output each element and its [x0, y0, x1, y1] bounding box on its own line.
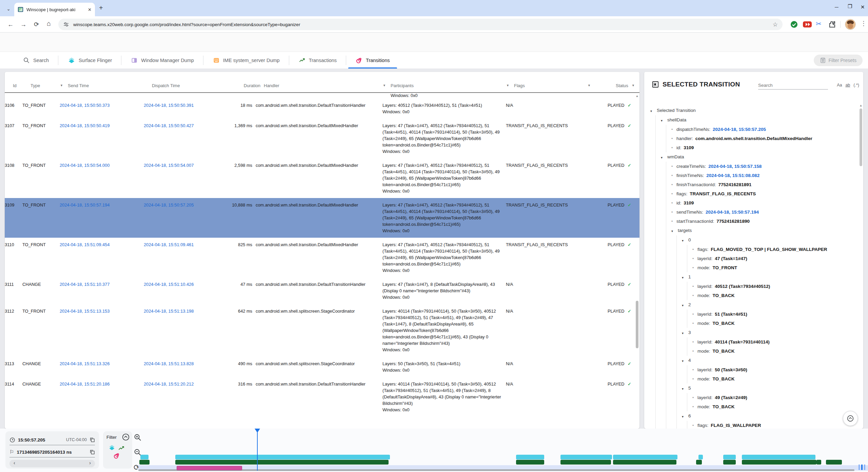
home-icon[interactable]: ⌂: [47, 19, 51, 27]
transactions-segment[interactable]: [696, 460, 702, 465]
transition-segment[interactable]: [177, 466, 242, 470]
filter-presets-button[interactable]: Filter Presets: [814, 55, 863, 66]
surface-flinger-segment[interactable]: [742, 455, 815, 459]
send-time-cell[interactable]: 2024-04-18, 15:51:20.186: [60, 381, 144, 387]
site-settings-icon[interactable]: [63, 21, 69, 27]
tree-node[interactable]: ▾5: [682, 383, 858, 393]
tab-search[interactable]: Search: [14, 52, 58, 69]
send-time-cell[interactable]: 2024-04-18, 15:51:13.153: [60, 308, 144, 314]
step-back-icon[interactable]: ‹: [14, 460, 15, 466]
collapse-arrow-icon[interactable]: ▾: [682, 237, 686, 244]
tab-window-manager-dump[interactable]: Window Manager Dump: [121, 52, 203, 69]
column-filter-arrow-icon[interactable]: ▼: [383, 84, 386, 87]
dispatch-time-cell[interactable]: 2024-04-18, 15:50:54.007: [144, 162, 229, 169]
send-time-cell[interactable]: 2024-04-18, 15:51:10.377: [60, 281, 144, 288]
column-filter-arrow-icon[interactable]: ▼: [60, 84, 63, 87]
tree-node[interactable]: •mode:TO_BACK: [692, 374, 858, 383]
transactions-segment[interactable]: [816, 460, 821, 465]
tree-node[interactable]: •mode:TO_BACK: [692, 402, 858, 411]
table-row[interactable]: 3113CHANGE2024-04-18, 15:51:13.3262024-0…: [5, 357, 639, 377]
current-time-field[interactable]: 15:50:57.205 UTC-04:00: [9, 435, 95, 445]
tree-node[interactable]: ▾shellData: [661, 115, 858, 125]
table-row[interactable]: 3107TO_FRONT2024-04-18, 15:50:50.4192024…: [5, 119, 639, 158]
surface-flinger-segment[interactable]: [560, 455, 612, 459]
dispatch-time-cell[interactable]: 2024-04-18, 15:50:50.391: [144, 102, 229, 109]
tree-node[interactable]: •layerId:50 (Task=3#50): [692, 365, 858, 374]
tab-close-icon[interactable]: ✕: [88, 7, 92, 12]
panel-scroll-up-icon[interactable]: ▲: [859, 104, 863, 107]
tree-search-input[interactable]: [758, 81, 828, 90]
extension-scissors-icon[interactable]: ✂: [816, 20, 822, 28]
tree-node[interactable]: •mode:TO_BACK: [692, 319, 858, 328]
extension-check-icon[interactable]: [790, 20, 798, 28]
send-time-cell[interactable]: 2024-04-18, 15:50:50.373: [60, 102, 144, 109]
transitions-filter-icon[interactable]: [113, 452, 120, 459]
table-row[interactable]: 3114CHANGE2024-04-18, 15:51:20.1862024-0…: [5, 377, 639, 417]
tree-node[interactable]: •flags:FLAG_MOVED_TO_TOP | FLAG_SHOW_WAL…: [692, 245, 858, 254]
collapse-arrow-icon[interactable]: ▾: [682, 386, 686, 392]
extensions-puzzle-icon[interactable]: [828, 20, 836, 28]
new-tab-button[interactable]: +: [99, 4, 103, 12]
browser-menu-kebab-icon[interactable]: ⋮: [861, 20, 867, 27]
surface-flinger-segment[interactable]: [175, 455, 390, 459]
dispatch-time-cell[interactable]: 2024-04-18, 15:51:13.828: [144, 360, 229, 367]
collapse-arrow-icon[interactable]: ▾: [682, 302, 686, 309]
dispatch-time-cell[interactable]: 2024-04-18, 15:51:09.461: [144, 241, 229, 248]
tree-node[interactable]: •createTimeNs:2024-04-18, 15:50:57.158: [671, 162, 858, 171]
transactions-segment[interactable]: [723, 460, 736, 465]
tree-node[interactable]: •layerId:47 (Task=1#47): [692, 254, 858, 263]
table-row[interactable]: 3106TO_FRONT2024-04-18, 15:50:50.3732024…: [5, 98, 639, 119]
collapse-arrow-icon[interactable]: ▾: [682, 413, 686, 420]
url-bar[interactable]: winscope.teams.x20web.corp.google.com/pr…: [58, 19, 783, 30]
send-time-cell[interactable]: 2024-04-18, 15:50:50.419: [60, 122, 144, 129]
tree-node[interactable]: •finishTransactionId:7752416281891: [671, 180, 858, 189]
tree-node[interactable]: ▾Selected Transition: [650, 106, 858, 115]
send-time-cell[interactable]: 2024-04-18, 15:51:13.326: [60, 360, 144, 367]
collapse-arrow-icon[interactable]: ▾: [682, 274, 686, 281]
transactions-segment[interactable]: [516, 460, 544, 465]
tree-node[interactable]: •flags:FLAG_IS_WALLPAPER: [692, 421, 858, 429]
collapse-arrow-icon[interactable]: ▾: [650, 108, 654, 114]
step-forward-icon[interactable]: ›: [89, 460, 91, 466]
tree-node[interactable]: •mode:TO_BACK: [692, 291, 858, 300]
table-row[interactable]: 3112TO_FRONT2024-04-18, 15:51:13.1532024…: [5, 304, 639, 357]
tab-transactions[interactable]: Transactions: [289, 52, 346, 69]
transactions-segment[interactable]: [560, 460, 611, 465]
column-filter-arrow-icon[interactable]: ▼: [632, 84, 635, 87]
window-restore-icon[interactable]: ❐: [848, 3, 852, 9]
tree-node[interactable]: •flags:TRANSIT_FLAG_IS_RECENTS: [671, 189, 858, 198]
panel-scrollbar-thumb[interactable]: [860, 109, 862, 166]
regex-toggle[interactable]: (.*): [853, 83, 859, 87]
tree-node[interactable]: •id:3109: [671, 198, 858, 208]
bookmark-star-icon[interactable]: ☆: [773, 21, 778, 28]
tree-node[interactable]: ▾6: [682, 411, 858, 421]
table-scrollbar-thumb[interactable]: [636, 301, 638, 348]
dispatch-time-cell[interactable]: 2024-04-18, 15:50:57.205: [144, 202, 229, 208]
tree-node[interactable]: •startTransactionId:7752416281890: [671, 217, 858, 226]
tree-node[interactable]: •sendTimeNs:2024-04-18, 15:50:57.194: [671, 208, 858, 217]
collapse-filter-icon[interactable]: [122, 433, 130, 441]
tree-node[interactable]: •finishTimeNs:2024-04-18, 15:51:08.082: [671, 171, 858, 180]
tree-node[interactable]: •mode:TO_BACK: [692, 347, 858, 356]
tab-transitions[interactable]: Transitions: [346, 52, 399, 69]
browser-tab[interactable]: Winscope | bugreport-aki ✕: [14, 3, 95, 16]
collapse-arrow-icon[interactable]: ▾: [682, 358, 686, 364]
table-row[interactable]: 3108TO_FRONT2024-04-18, 15:50:54.0002024…: [5, 158, 639, 198]
tab-ime-system-server-dump[interactable]: IME system_server Dump: [203, 52, 289, 69]
send-time-cell[interactable]: 2024-04-18, 15:51:09.454: [60, 241, 144, 248]
tree-node[interactable]: •mode:TO_FRONT: [692, 263, 858, 272]
send-time-cell[interactable]: 2024-04-18, 15:50:54.000: [60, 162, 144, 169]
timeline-cursor-handle[interactable]: [255, 429, 260, 433]
tree-node[interactable]: ▾wmData: [661, 152, 858, 162]
surface-flinger-segment[interactable]: [140, 455, 149, 459]
transactions-segment[interactable]: [613, 460, 676, 465]
tree-node[interactable]: ▾2: [682, 300, 858, 310]
surface-flinger-segment[interactable]: [516, 455, 544, 459]
tree-node[interactable]: •layerId:49 (Task=2#49): [692, 393, 858, 402]
table-row[interactable]: 3110TO_FRONT2024-04-18, 15:51:09.4542024…: [5, 238, 639, 277]
table-row[interactable]: 3111CHANGE2024-04-18, 15:51:10.3772024-0…: [5, 277, 639, 304]
match-word-toggle[interactable]: ab: [845, 83, 850, 87]
tree-node[interactable]: ▾3: [682, 328, 858, 337]
table-row[interactable]: 3109TO_FRONT2024-04-18, 15:50:57.1942024…: [5, 198, 639, 238]
collapse-arrow-icon[interactable]: ▾: [671, 228, 675, 234]
